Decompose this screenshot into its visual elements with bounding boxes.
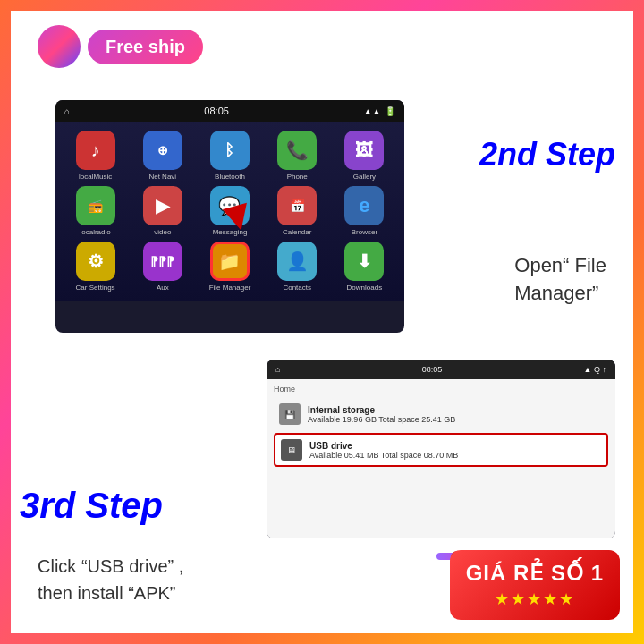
fm-internal-label: Internal storage — [308, 405, 455, 415]
video-label: video — [154, 228, 171, 236]
android-statusbar-1: ⌂ 08:05 ▲▲ 🔋 — [55, 100, 404, 122]
app-localradio[interactable]: 📻 localradio — [64, 186, 126, 236]
fm-internal-sublabel: Available 19.96 GB Total space 25.41 GB — [308, 415, 455, 424]
filemanager-icon: 📁 — [210, 242, 250, 281]
downloads-icon: ⬇ — [344, 242, 384, 281]
fm-usb-icon: 🖥 — [281, 439, 302, 461]
filemanager-label: File Manager — [209, 284, 251, 292]
fm-home-text: Home — [274, 385, 295, 394]
free-ship-badge: Free ship — [88, 30, 203, 64]
app-calendar[interactable]: 📅 Calendar — [267, 186, 328, 236]
app-netnavi[interactable]: ⊕ Net Navi — [131, 131, 193, 181]
netnavi-label: Net Navi — [148, 173, 176, 181]
fm-usb-text: USB drive Available 05.41 MB Total space… — [309, 441, 458, 460]
fm-home-icon: ⌂ — [275, 365, 280, 374]
downloads-label: Downloads — [347, 284, 383, 292]
app-aux[interactable]: ⁋⁋⁋ Aux — [131, 242, 193, 292]
contacts-icon: 👤 — [277, 242, 317, 281]
carsettings-label: Car Settings — [76, 284, 115, 292]
free-ship-area: Free ship — [38, 25, 203, 68]
localradio-label: localradio — [80, 228, 110, 236]
fm-statusbar-icons: ▲ Q ↑ — [584, 365, 606, 374]
step2-title: 2nd Step — [479, 136, 615, 174]
netnavi-icon: ⊕ — [143, 131, 182, 170]
localmusic-icon: ♪ — [76, 131, 115, 170]
fm-breadcrumb: Home — [274, 385, 608, 394]
bluetooth-label: Bluetooth — [215, 173, 245, 181]
carsettings-icon: ⚙ — [76, 242, 115, 281]
gallery-icon: 🖼 — [344, 131, 384, 170]
bluetooth-icon: ᛒ — [210, 131, 250, 170]
battery-icon: 🔋 — [385, 106, 395, 116]
fm-body: Home 💾 Internal storage Available 19.96 … — [267, 379, 615, 538]
phone-label: Phone — [287, 173, 308, 181]
localmusic-label: localMusic — [79, 173, 112, 181]
calendar-icon: 📅 — [277, 186, 317, 225]
step3-title: 3rd Step — [20, 486, 163, 526]
localradio-icon: 📻 — [76, 186, 115, 225]
fm-internal-icon: 💾 — [279, 403, 301, 425]
android-screen-step3: ⌂ 08:05 ▲ Q ↑ Home 💾 Internal storage Av… — [267, 360, 615, 538]
step3-description: Click “USB drive” ,then install “APK” — [38, 553, 183, 606]
app-gallery[interactable]: 🖼 Gallery — [334, 131, 395, 181]
statusbar-right: ▲▲ 🔋 — [363, 106, 395, 116]
inner-background: Free ship 2nd Step Open“ FileManager” ⌂ … — [11, 11, 633, 633]
fm-usb-label: USB drive — [309, 441, 458, 451]
step2-description: Open“ FileManager” — [514, 252, 606, 308]
app-contacts[interactable]: 👤 Contacts — [267, 242, 328, 292]
app-phone[interactable]: 📞 Phone — [267, 131, 328, 181]
free-ship-label: Free ship — [106, 37, 185, 56]
video-icon: ▶ — [143, 186, 182, 225]
statusbar-left: ⌂ — [64, 106, 70, 116]
free-ship-circle-icon — [38, 25, 80, 68]
app-localmusic[interactable]: ♪ localMusic — [64, 131, 126, 181]
contacts-label: Contacts — [283, 284, 311, 292]
aux-icon: ⁋⁋⁋ — [143, 242, 182, 281]
stars: ★★★★★ — [466, 589, 604, 609]
aux-label: Aux — [157, 284, 169, 292]
fm-usb-sublabel: Available 05.41 MB Total space 08.70 MB — [309, 451, 458, 460]
app-browser[interactable]: e Browser — [334, 186, 395, 236]
gia-re-badge: GIÁ RẺ SỐ 1 ★★★★★ — [450, 550, 620, 620]
browser-icon: e — [344, 186, 384, 225]
calendar-label: Calendar — [283, 228, 311, 236]
fm-internal-text: Internal storage Available 19.96 GB Tota… — [308, 405, 455, 424]
app-video[interactable]: ▶ video — [131, 186, 193, 236]
signal-icon: ▲▲ — [363, 106, 381, 116]
statusbar-time: 08:05 — [204, 106, 229, 116]
app-bluetooth[interactable]: ᛒ Bluetooth — [199, 131, 260, 181]
fm-item-internal[interactable]: 💾 Internal storage Available 19.96 GB To… — [274, 399, 608, 429]
fm-item-usb[interactable]: 🖥 USB drive Available 05.41 MB Total spa… — [274, 433, 608, 467]
phone-icon: 📞 — [277, 131, 317, 170]
outer-border: Free ship 2nd Step Open“ FileManager” ⌂ … — [0, 0, 644, 644]
home-icon: ⌂ — [64, 106, 70, 116]
app-downloads[interactable]: ⬇ Downloads — [334, 242, 395, 292]
app-carsettings[interactable]: ⚙ Car Settings — [64, 242, 126, 292]
fm-statusbar-time: 08:05 — [422, 365, 443, 374]
gia-re-text: GIÁ RẺ SỐ 1 — [466, 561, 604, 586]
browser-label: Browser — [352, 228, 377, 236]
fm-statusbar: ⌂ 08:05 ▲ Q ↑ — [267, 360, 615, 379]
app-filemanager[interactable]: 📁 File Manager — [199, 242, 260, 292]
gallery-label: Gallery — [353, 173, 376, 181]
